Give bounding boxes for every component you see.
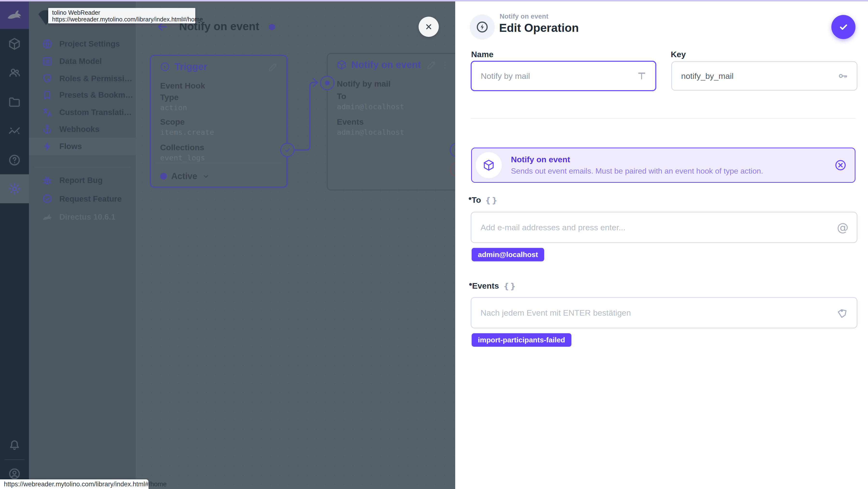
- notice-text: Notify on event Sends out event emails. …: [511, 155, 834, 176]
- notice-description: Sends out event emails. Must be paired w…: [511, 166, 834, 176]
- sidebar-item-roles-permissions[interactable]: Roles & Permissions: [29, 70, 136, 87]
- trigger-edit-button[interactable]: [268, 62, 278, 72]
- field-value: action: [160, 103, 187, 112]
- sidebar-item-request-feature[interactable]: Request Feature: [29, 190, 136, 208]
- to-tag[interactable]: admin@localhost: [472, 248, 544, 262]
- events-field[interactable]: [471, 297, 858, 328]
- operation-menu-button[interactable]: [439, 60, 450, 70]
- notice-cube-icon: [476, 152, 502, 178]
- kebab-menu-icon: [439, 60, 450, 70]
- chevron-down-icon: [202, 172, 210, 181]
- browser-status-bar: https://webreader.mytolino.com/library/i…: [0, 479, 149, 489]
- close-button[interactable]: [418, 17, 439, 37]
- bookmark-icon: [41, 89, 53, 101]
- sidebar-item-project-settings[interactable]: Project Settings: [29, 35, 136, 53]
- required-dot: [469, 283, 472, 286]
- sidebar-item-label: Webhooks: [59, 125, 99, 134]
- sidebar-item-label: Flows: [59, 142, 82, 151]
- bolt-icon: [41, 141, 53, 152]
- trigger-panel-title: Trigger: [175, 61, 207, 72]
- notice-title: Notify on event: [511, 155, 834, 164]
- to-label: To: [472, 195, 481, 205]
- cube-icon: [336, 60, 347, 70]
- events-input[interactable]: [471, 308, 837, 317]
- sidebar-item-label: Request Feature: [59, 194, 122, 204]
- operation-edit-button[interactable]: [426, 60, 437, 70]
- sidebar-item-flows[interactable]: Flows: [29, 138, 136, 155]
- field-value: event_logs: [160, 153, 205, 162]
- events-label: Events: [472, 281, 499, 291]
- trigger-panel[interactable]: Trigger Event Hook Type action Scope ite…: [150, 55, 287, 188]
- feature-badge-icon: [41, 193, 53, 205]
- pencil-icon: [426, 60, 437, 70]
- sidebar-item-presets-bookmarks[interactable]: Presets & Bookmar...: [29, 86, 136, 104]
- operation-notice: Notify on event Sends out event emails. …: [471, 148, 856, 183]
- required-dot: [469, 197, 471, 200]
- bolt-circle-icon: [160, 61, 170, 72]
- notifications-icon[interactable]: [0, 433, 29, 457]
- check-icon: [283, 146, 291, 154]
- name-label: Name: [471, 50, 494, 59]
- raw-value-icon[interactable]: {}: [485, 196, 498, 205]
- pencil-icon: [268, 62, 278, 72]
- trigger-resolve-node[interactable]: [280, 143, 294, 157]
- directus-version: Directus 10.6.1: [29, 208, 136, 226]
- sidebar-item-label: Data Model: [59, 57, 102, 66]
- close-icon: [424, 22, 434, 32]
- node-dot: [325, 81, 330, 85]
- sidebar-item-webhooks[interactable]: Webhooks: [29, 121, 136, 138]
- notice-dismiss-button[interactable]: [834, 159, 847, 172]
- key-input[interactable]: [672, 71, 837, 81]
- events-tag[interactable]: import-participants-failed: [472, 333, 571, 347]
- flow-canvas[interactable]: Notify on event Trigger Event Hook Type …: [136, 0, 458, 489]
- drawer-title: Edit Operation: [499, 21, 579, 34]
- check-icon: [838, 22, 849, 33]
- trigger-panel-header: Trigger: [160, 61, 207, 72]
- sidebar-item-custom-translations[interactable]: Custom Translations: [29, 104, 136, 121]
- module-content-icon[interactable]: [0, 32, 29, 56]
- globe-icon: [41, 38, 53, 50]
- module-help-icon[interactable]: [0, 148, 29, 172]
- operation-panel[interactable]: Notify on event Notify by mail To admin@…: [327, 53, 462, 190]
- sidebar-item-report-bug[interactable]: Report Bug: [29, 172, 136, 189]
- trigger-status[interactable]: Active: [160, 171, 210, 181]
- operation-input-node[interactable]: [320, 76, 334, 90]
- save-button[interactable]: [831, 15, 856, 39]
- sidebar-item-label: Roles & Permissions: [59, 74, 136, 83]
- translate-icon: [41, 106, 53, 118]
- sidebar-item-label: Custom Translations: [59, 108, 136, 117]
- status-dot: [160, 173, 167, 180]
- name-field[interactable]: [471, 61, 656, 91]
- module-insights-icon[interactable]: [0, 119, 29, 143]
- field-label: To: [337, 92, 346, 101]
- unsaved-changes-dot: [269, 24, 275, 30]
- module-settings-icon[interactable]: [0, 174, 29, 203]
- rabbit-logo-icon: [6, 6, 23, 23]
- to-field[interactable]: @: [471, 212, 858, 243]
- version-label: Directus 10.6.1: [59, 212, 116, 222]
- key-label: Key: [671, 50, 686, 59]
- field-label: Type: [160, 93, 179, 102]
- drawer-breadcrumb: Notify on event: [500, 12, 548, 20]
- sidebar-item-data-model[interactable]: Data Model: [29, 53, 136, 70]
- key-icon: [837, 70, 848, 82]
- panel-divider: [155, 163, 283, 163]
- name-input[interactable]: [472, 71, 636, 81]
- module-files-icon[interactable]: [0, 90, 29, 114]
- field-label: Collections: [160, 143, 204, 152]
- rail-divider: [4, 459, 25, 460]
- to-input[interactable]: [471, 223, 837, 232]
- title-format-icon: [636, 70, 647, 82]
- key-field[interactable]: [671, 61, 858, 91]
- operation-panel-header: Notify on event: [336, 59, 421, 70]
- field-value: admin@localhost: [337, 128, 404, 136]
- raw-value-icon[interactable]: {}: [503, 282, 517, 291]
- tooltip-url: https://webreader.mytolino.com/library/i…: [52, 16, 191, 23]
- module-users-icon[interactable]: [0, 61, 29, 85]
- operation-subtitle: Notify by mail: [337, 79, 391, 89]
- directus-logo[interactable]: [0, 0, 29, 29]
- operation-panel-title: Notify on event: [351, 59, 421, 70]
- operation-type-badge: [470, 14, 495, 39]
- window-top-accent: [0, 0, 868, 1]
- tag-icon: [837, 307, 848, 318]
